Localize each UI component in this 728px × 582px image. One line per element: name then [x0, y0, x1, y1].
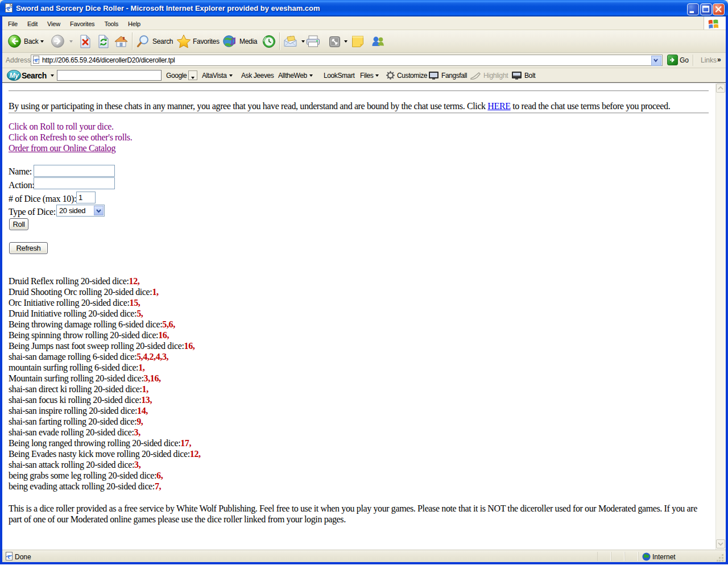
svg-text:e: e	[7, 552, 11, 560]
svg-text:e: e	[7, 4, 10, 13]
svg-text:My: My	[10, 72, 20, 80]
